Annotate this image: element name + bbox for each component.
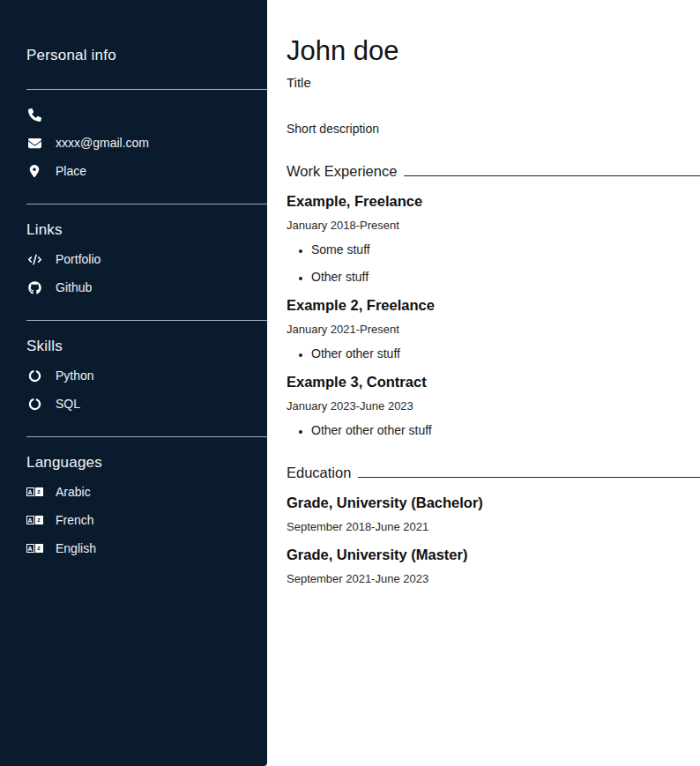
language-label: French xyxy=(56,513,94,527)
divider xyxy=(26,89,267,90)
entry-title: Example, Freelance xyxy=(287,193,700,210)
portfolio-link-row[interactable]: Portfolio xyxy=(26,251,267,267)
entry-title: Grade, University (Master) xyxy=(287,547,700,563)
entry-title: Example 2, Freelance xyxy=(287,297,700,314)
resume-page: Personal info xxxx@gmail.com Place Links xyxy=(0,0,700,766)
heading-rule xyxy=(404,175,700,176)
bullet-item: Some stuff xyxy=(311,242,700,257)
code-icon xyxy=(26,252,42,266)
bullet-item: Other other stuff xyxy=(311,346,700,361)
work-experience-heading: Work Experience xyxy=(287,163,700,180)
entry-title: Example 3, Contract xyxy=(287,374,700,390)
language-label: English xyxy=(56,541,96,555)
location-icon xyxy=(26,164,42,178)
bullet-item: Other stuff xyxy=(311,270,700,284)
language-row: Az English xyxy=(26,540,267,556)
circle-notch-icon xyxy=(26,368,42,383)
location-value: Place xyxy=(56,164,86,178)
email-value: xxxx@gmail.com xyxy=(56,136,149,150)
language-icon: Az xyxy=(26,513,42,527)
skill-row: Python xyxy=(26,368,267,383)
location-row: Place xyxy=(26,163,267,179)
language-row: Az Arabic xyxy=(26,484,267,500)
entry-bullets: Some stuff Other stuff xyxy=(287,242,700,284)
entry-date: January 2023-June 2023 xyxy=(287,399,700,413)
bullet-item: Other other other stuff xyxy=(311,423,700,437)
language-label: Arabic xyxy=(56,485,91,499)
divider xyxy=(26,320,267,321)
entry-date: January 2018-Present xyxy=(287,219,700,232)
education-heading: Education xyxy=(287,465,700,481)
section-title: Education xyxy=(287,465,351,481)
language-icon: Az xyxy=(26,485,42,499)
phone-icon xyxy=(26,108,42,122)
links-heading: Links xyxy=(26,221,267,239)
divider xyxy=(26,436,267,437)
section-title: Work Experience xyxy=(287,163,397,180)
github-link[interactable]: Github xyxy=(56,280,92,294)
entry-date: September 2018-June 2021 xyxy=(287,520,700,533)
skill-label: Python xyxy=(56,368,94,383)
skills-heading: Skills xyxy=(26,338,267,355)
skill-label: SQL xyxy=(56,397,80,411)
experience-entry: Example 3, Contract January 2023-June 20… xyxy=(287,374,700,437)
language-icon: Az xyxy=(26,541,42,555)
sidebar: Personal info xxxx@gmail.com Place Links xyxy=(0,0,267,766)
resume-main: John doe Title Short description Work Ex… xyxy=(267,0,700,766)
short-description: Short description xyxy=(287,122,700,136)
entry-date: September 2021-June 2023 xyxy=(287,572,700,585)
entry-date: January 2021-Present xyxy=(287,323,700,336)
education-entry: Grade, University (Master) September 202… xyxy=(287,547,700,585)
entry-bullets: Other other stuff xyxy=(287,346,700,361)
language-row: Az French xyxy=(26,512,267,528)
heading-rule xyxy=(358,477,700,478)
personal-info-heading: Personal info xyxy=(26,47,267,64)
circle-notch-icon xyxy=(26,397,42,411)
experience-entry: Example 2, Freelance January 2021-Presen… xyxy=(287,297,700,361)
job-title: Title xyxy=(287,75,700,90)
portfolio-link[interactable]: Portfolio xyxy=(56,252,101,266)
github-link-row[interactable]: Github xyxy=(26,279,267,295)
github-icon xyxy=(26,280,42,294)
experience-entry: Example, Freelance January 2018-Present … xyxy=(287,193,700,284)
email-row: xxxx@gmail.com xyxy=(26,135,267,151)
email-icon xyxy=(26,136,42,150)
divider xyxy=(26,204,267,205)
entry-bullets: Other other other stuff xyxy=(287,423,700,437)
languages-heading: Languages xyxy=(26,454,267,472)
education-entry: Grade, University (Bachelor) September 2… xyxy=(287,495,700,533)
phone-row xyxy=(26,107,267,123)
name-heading: John doe xyxy=(287,35,700,67)
entry-title: Grade, University (Bachelor) xyxy=(287,495,700,511)
skill-row: SQL xyxy=(26,396,267,412)
